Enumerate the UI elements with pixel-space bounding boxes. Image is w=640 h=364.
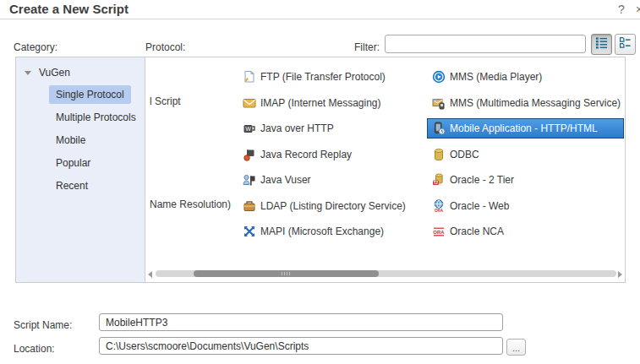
tree-item-popular[interactable]: Popular <box>49 154 97 172</box>
protocol-item-label: Java over HTTP <box>260 122 334 134</box>
protocol-item-label: MAPI (Microsoft Exchange) <box>260 225 384 237</box>
protocol-item-java-over-http[interactable]: WJava over HTTP <box>238 118 339 139</box>
protocol-item-mobile-application-http-html[interactable]: Mobile Application - HTTP/HTML <box>427 118 624 139</box>
protocol-item-label: LDAP (Listing Directory Service) <box>260 200 406 212</box>
protocol-item-label: Java Record Replay <box>260 149 352 160</box>
scrollbar-grip <box>282 272 291 275</box>
odbc-icon <box>432 148 446 161</box>
protocol-item-ldap-listing-directory-service[interactable]: LDAP (Listing Directory Service) <box>238 196 411 216</box>
page-title: Create a New Script <box>9 2 129 16</box>
ldap-icon <box>243 199 256 213</box>
protocol-item-oracle-nca[interactable]: ORAOracle NCA <box>427 221 509 242</box>
protocol-item-label: IMAP (Internet Messaging) <box>260 97 381 109</box>
tree-root-label: VuGen <box>39 67 70 79</box>
protocol-item-label: ODBC <box>450 149 479 160</box>
category-label: Category: <box>14 41 57 53</box>
mms-player-icon <box>432 70 446 84</box>
script-name-label: Script Name: <box>14 319 72 331</box>
tree-item-mobile[interactable]: Mobile <box>49 131 92 149</box>
protocol-item-clipped[interactable]: Name Resolution) <box>150 198 231 210</box>
scroll-left-arrow[interactable] <box>148 271 152 278</box>
filter-input[interactable] <box>385 35 586 53</box>
ftp-icon <box>243 70 256 84</box>
protocol-item-label: MMS (Media Player) <box>450 71 542 83</box>
location-input[interactable] <box>99 337 503 355</box>
chevron-down-icon <box>25 71 31 75</box>
imap-icon <box>243 96 256 110</box>
scroll-right-arrow[interactable] <box>618 271 622 278</box>
tree-view-button[interactable] <box>615 34 636 55</box>
protocol-label: Protocol: <box>145 41 185 53</box>
list-view-button[interactable] <box>591 34 612 55</box>
protocol-item-oracle-2-tier[interactable]: T2Oracle - 2 Tier <box>427 170 519 190</box>
svg-text:ORA: ORA <box>433 230 445 235</box>
protocol-item-label: Mobile Application - HTTP/HTML <box>450 122 598 134</box>
protocol-item-mms-media-player[interactable]: MMS (Media Player) <box>427 67 547 87</box>
svg-text:T2: T2 <box>434 181 439 185</box>
protocol-item-ftp-file-transfer-protocol[interactable]: FTP (File Transfer Protocol) <box>238 67 391 87</box>
protocol-item-java-vuser[interactable]: Java Vuser <box>238 170 316 190</box>
protocol-item-label: Oracle - Web <box>450 200 509 212</box>
category-tree-panel: VuGen Single ProtocolMultiple ProtocolsM… <box>16 57 145 282</box>
oracle-nca-icon: ORA <box>432 225 446 238</box>
protocol-item-odbc[interactable]: ODBC <box>427 144 484 165</box>
tree-item-multiple-protocols[interactable]: Multiple Protocols <box>49 108 143 127</box>
scrollbar-thumb[interactable] <box>194 270 379 277</box>
close-icon[interactable]: × <box>636 3 640 16</box>
tree-item-single-protocol[interactable]: Single Protocol <box>49 85 131 104</box>
browse-button[interactable]: ... <box>506 339 526 356</box>
script-name-input[interactable] <box>99 313 503 331</box>
protocol-item-label: FTP (File Transfer Protocol) <box>260 71 386 83</box>
svg-text:ORA: ORA <box>435 208 444 212</box>
protocol-item-mapi-microsoft-exchange[interactable]: MAPI (Microsoft Exchange) <box>238 221 389 242</box>
location-label: Location: <box>14 343 55 355</box>
tree-view-icon <box>619 36 632 52</box>
help-icon[interactable]: ? <box>618 3 625 16</box>
category-tree-items: Single ProtocolMultiple ProtocolsMobileP… <box>49 85 143 199</box>
horizontal-scrollbar[interactable] <box>156 270 616 277</box>
java-record-icon <box>243 148 256 161</box>
protocol-item-label: Oracle - 2 Tier <box>450 174 514 186</box>
protocol-browser: VuGen Single ProtocolMultiple ProtocolsM… <box>15 57 626 283</box>
protocol-item-imap-internet-messaging[interactable]: IMAP (Internet Messaging) <box>238 93 386 113</box>
filter-label: Filter: <box>354 41 380 53</box>
oracle-2tier-icon: T2 <box>432 173 446 187</box>
java-http-icon: W <box>243 122 256 135</box>
java-vuser-icon <box>243 173 256 187</box>
protocol-item-mms-multimedia-messaging-service[interactable]: MMS (Multimedia Messaging Service) <box>427 93 624 113</box>
protocol-item-oracle-web[interactable]: ORAOracle - Web <box>427 196 514 216</box>
mapi-icon <box>243 225 256 238</box>
protocol-item-clipped[interactable]: l Script <box>150 95 181 107</box>
svg-text:W: W <box>245 126 251 132</box>
list-view-icon <box>595 36 608 52</box>
protocol-item-java-record-replay[interactable]: Java Record Replay <box>238 144 357 165</box>
protocol-item-label: Java Vuser <box>260 174 311 186</box>
tree-node-vugen[interactable]: VuGen <box>25 64 70 81</box>
protocol-item-label: MMS (Multimedia Messaging Service) <box>450 97 621 109</box>
mms-messaging-icon <box>432 96 446 110</box>
mobile-app-icon <box>432 122 446 135</box>
protocol-list-viewport[interactable]: l ScriptName Resolution)FTP (File Transf… <box>145 57 624 282</box>
protocol-item-label: Oracle NCA <box>450 225 504 237</box>
oracle-web-icon: ORA <box>432 199 446 213</box>
tree-item-recent[interactable]: Recent <box>49 177 95 195</box>
